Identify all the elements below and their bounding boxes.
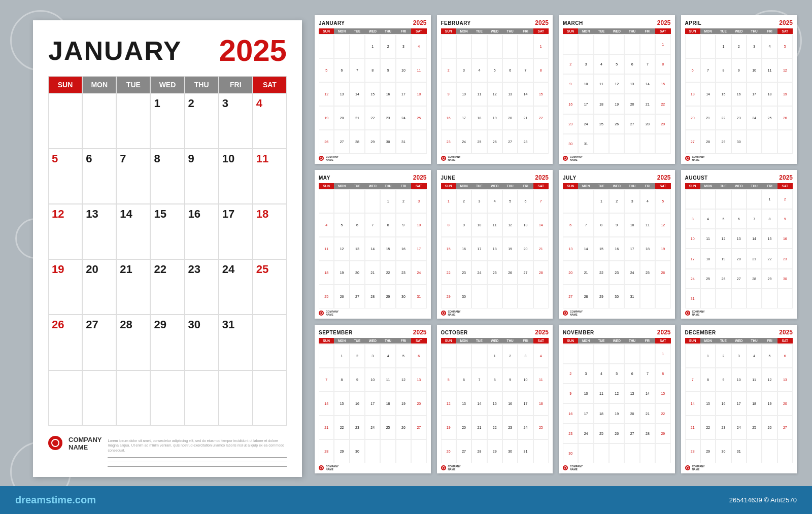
small-month-label: JULY <box>563 175 577 181</box>
dreamstime-logo: dreamstime.com <box>15 494 96 506</box>
table-row: 24 <box>219 259 253 315</box>
small-header-sat: SAT <box>533 183 549 189</box>
list-item <box>685 189 700 209</box>
small-calendar-2: FEBRUARY2025SUNMONTUEWEDTHUFRISAT1234567… <box>437 15 553 164</box>
list-item: 22 <box>365 106 380 130</box>
list-item: 17 <box>518 392 533 416</box>
list-item: 25 <box>700 269 716 289</box>
small-month-label: NOVEMBER <box>563 330 594 335</box>
small-company-name: COMPANYNAME <box>692 155 705 161</box>
list-item <box>609 134 624 154</box>
small-day-headers: SUNMONTUEWEDTHUFRISAT <box>319 338 427 344</box>
table-row: 19 <box>48 259 82 315</box>
small-header-mon: MON <box>700 28 716 34</box>
list-item: 28 <box>471 439 487 463</box>
list-item: 11 <box>411 58 426 82</box>
small-header-mon: MON <box>456 338 471 344</box>
list-item: 8 <box>655 54 670 74</box>
list-item: 29 <box>334 439 349 463</box>
list-item: 28 <box>640 424 655 443</box>
small-year-label: 2025 <box>779 174 793 181</box>
list-item: 6 <box>731 209 747 229</box>
list-item: 17 <box>411 237 426 261</box>
small-header-tue: TUE <box>471 28 487 34</box>
small-header-wed: WED <box>731 28 747 34</box>
small-day-headers: SUNMONTUEWEDTHUFRISAT <box>685 338 793 344</box>
list-item <box>640 134 655 154</box>
list-item: 15 <box>441 237 456 261</box>
list-item <box>747 439 762 463</box>
small-calendar-3: MARCH2025SUNMONTUEWEDTHUFRISAT1234567891… <box>559 15 675 164</box>
footer-lines: Lorem ipsum dolor sit amet, consectetur … <box>108 436 287 467</box>
list-item: 26 <box>334 285 349 309</box>
small-company-name: COMPANYNAME <box>448 310 461 316</box>
list-item: 15 <box>334 392 349 416</box>
list-item: 19 <box>655 237 670 261</box>
small-day-headers: SUNMONTUEWEDTHUFRISAT <box>441 28 549 34</box>
small-header-thu: THU <box>502 28 518 34</box>
list-item: 30 <box>731 130 747 154</box>
small-cal-header: SEPTEMBER2025 <box>319 329 427 336</box>
small-header-fri: FRI <box>640 28 655 34</box>
small-company-logo <box>685 311 690 316</box>
small-day-headers: SUNMONTUEWEDTHUFRISAT <box>319 183 427 189</box>
list-item: 14 <box>700 82 716 106</box>
list-item: 25 <box>471 130 487 154</box>
list-item: 28 <box>685 439 700 463</box>
list-item: 12 <box>441 392 456 416</box>
small-day-headers: SUNMONTUEWEDTHUFRISAT <box>563 338 671 344</box>
header-thu: THU <box>185 76 219 93</box>
small-calendar-grid: 1234567891011121314151617181920212223242… <box>441 35 549 154</box>
list-item: 1 <box>487 344 502 368</box>
table-row: 27 <box>82 315 116 370</box>
small-footer: COMPANYNAME <box>441 310 549 316</box>
list-item: 4 <box>471 58 487 82</box>
small-year-label: 2025 <box>535 329 549 336</box>
list-item: 2 <box>396 189 411 213</box>
list-item: 15 <box>533 82 549 106</box>
small-month-label: MARCH <box>563 20 583 26</box>
list-item: 3 <box>578 54 593 74</box>
list-item: 17 <box>396 82 411 106</box>
list-item <box>578 189 593 213</box>
list-item: 24 <box>731 416 747 439</box>
list-item: 31 <box>396 130 411 154</box>
list-item: 1 <box>716 35 731 58</box>
list-item <box>502 285 518 309</box>
table-row: 9 <box>185 149 219 204</box>
list-item: 2 <box>716 344 731 368</box>
list-item: 13 <box>350 237 365 261</box>
list-item: 14 <box>365 237 380 261</box>
list-item: 23 <box>563 424 578 443</box>
list-item: 15 <box>716 82 731 106</box>
list-item: 13 <box>685 82 700 106</box>
small-header-tue: TUE <box>350 28 365 34</box>
small-header-sat: SAT <box>533 338 549 344</box>
list-item: 28 <box>640 114 655 134</box>
table-row: 22 <box>150 259 184 315</box>
small-header-thu: THU <box>502 183 518 189</box>
small-header-thu: THU <box>747 28 762 34</box>
list-item: 28 <box>319 439 334 463</box>
list-item <box>640 443 655 463</box>
table-row: 14 <box>116 204 150 259</box>
small-header-tue: TUE <box>350 183 365 189</box>
list-item: 30 <box>563 443 578 463</box>
list-item: 17 <box>731 392 747 416</box>
list-item: 9 <box>380 58 395 82</box>
list-item: 26 <box>762 416 777 439</box>
list-item: 3 <box>624 189 639 213</box>
list-item: 3 <box>411 189 426 213</box>
list-item: 1 <box>655 344 670 364</box>
small-header-wed: WED <box>609 183 624 189</box>
list-item: 17 <box>456 106 471 130</box>
company-logo <box>48 436 62 450</box>
small-calendar-grid: 1234567891011121314151617181920212223242… <box>441 189 549 309</box>
table-row: 11 <box>253 149 287 204</box>
small-cal-header: DECEMBER2025 <box>685 329 793 336</box>
small-header-sat: SAT <box>655 338 670 344</box>
small-footer: COMPANYNAME <box>685 465 793 471</box>
list-item: 18 <box>594 94 609 114</box>
list-item: 18 <box>700 249 716 268</box>
list-item: 5 <box>319 58 334 82</box>
